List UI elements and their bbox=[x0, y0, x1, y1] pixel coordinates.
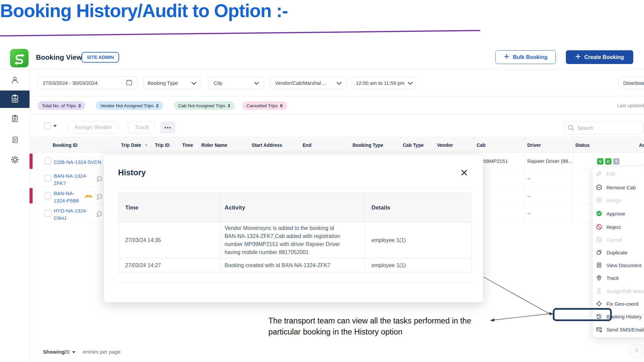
chat-bubble-icon[interactable] bbox=[96, 211, 103, 219]
search-box bbox=[564, 121, 644, 134]
booking-id-link[interactable]: BAN-NA- 1324-P5B8 bbox=[54, 190, 79, 204]
history-time-cell: 27/03/24 14:27 bbox=[118, 258, 220, 273]
city-select[interactable]: City bbox=[209, 76, 264, 89]
menu-item-label: Remove Cab bbox=[606, 185, 636, 190]
chip-cab-not-assigned[interactable]: Cab Not Assigned Trips2 bbox=[174, 101, 235, 110]
vendor-status-badge: V bbox=[597, 158, 603, 165]
menu-item-approve[interactable]: Approve bbox=[596, 210, 625, 217]
sidebar-item-reports[interactable] bbox=[11, 136, 19, 145]
minus-circle-icon bbox=[596, 184, 602, 190]
menu-item-booking-history[interactable]: Booking History bbox=[596, 313, 642, 320]
booking-id-line: BAN-NA- bbox=[54, 190, 79, 197]
sort-caret-icon[interactable] bbox=[145, 144, 148, 146]
col-start-address: Start Address bbox=[252, 142, 282, 148]
booking-id-link[interactable]: BAN-NA-1324- ZFK7 bbox=[54, 172, 87, 187]
menu-item-send-sms-email[interactable]: Send SMS/Email bbox=[596, 326, 644, 333]
history-activity-cell: Booking created with id BAN-NA-1324-ZFK7 bbox=[220, 258, 364, 273]
menu-item-fix-geo-coord[interactable]: Fix Geo-coord bbox=[596, 300, 638, 307]
column-divider bbox=[117, 137, 118, 153]
row-flag-marker bbox=[30, 188, 33, 203]
sidebar-item-trip-log[interactable] bbox=[11, 115, 19, 124]
menu-item-label: Cancel bbox=[606, 237, 622, 243]
menu-item-remove-cab[interactable]: Remove Cab bbox=[596, 184, 636, 191]
showing-label: Showing bbox=[43, 349, 65, 355]
menu-item-edit: Edit bbox=[596, 170, 615, 177]
chip-total-trips[interactable]: Total No. of Trips3 bbox=[38, 101, 85, 110]
sidebar-item-settings[interactable] bbox=[11, 156, 19, 165]
ellipsis-icon bbox=[165, 127, 166, 128]
select-all-caret-icon[interactable] bbox=[53, 125, 57, 127]
create-booking-button[interactable]: Create Booking bbox=[566, 50, 633, 64]
column-divider bbox=[434, 137, 435, 153]
chevron-down-icon bbox=[405, 80, 413, 86]
pagination-prev-button[interactable] bbox=[630, 345, 643, 357]
more-actions-button[interactable] bbox=[160, 122, 175, 133]
track-button[interactable]: Track bbox=[128, 121, 156, 134]
column-divider bbox=[199, 137, 199, 153]
marshal-icon bbox=[596, 288, 602, 294]
download-button[interactable]: Download bbox=[618, 76, 644, 89]
page-heading: Booking View bbox=[36, 53, 82, 61]
menu-item-label: Track bbox=[606, 275, 619, 281]
row-checkbox[interactable] bbox=[45, 210, 51, 217]
booking-id-link[interactable]: COB-NA-1324-5VCN bbox=[54, 159, 101, 166]
activity-line: BAN-NA-1324-ZFK7,Cab added with registra… bbox=[224, 232, 340, 240]
history-col-details: Details bbox=[365, 193, 471, 222]
assign-vendor-button[interactable]: Assign Vendor bbox=[68, 121, 118, 134]
booking-clipboard-icon bbox=[10, 94, 19, 105]
plus-icon bbox=[504, 54, 509, 61]
col-trip-date[interactable]: Trip Date bbox=[121, 142, 141, 148]
menu-item-label: Fix Geo-coord bbox=[606, 301, 638, 307]
driver-cell: Rajveer Driver (88... bbox=[527, 158, 572, 164]
menu-item-track[interactable]: Track bbox=[596, 274, 619, 282]
booking-id-link[interactable]: HYD-NA-1324- C9HJ bbox=[54, 207, 88, 222]
role-badge: SITE ADMIN bbox=[82, 52, 119, 63]
sidebar-item-users[interactable] bbox=[11, 76, 19, 85]
chip-cancelled-trips[interactable]: Cancelled Trips0 bbox=[242, 101, 287, 110]
bulk-booking-button[interactable]: Bulk Booking bbox=[495, 50, 556, 64]
chip-label: Vendor Not Assigned Trips bbox=[100, 103, 154, 108]
select-all-checkbox[interactable] bbox=[44, 123, 51, 129]
chat-bubble-icon[interactable] bbox=[96, 193, 103, 201]
row-checkbox[interactable] bbox=[45, 192, 51, 199]
close-icon[interactable] bbox=[460, 169, 469, 177]
col-time: Time bbox=[182, 142, 193, 148]
col-trip-id: Trip ID bbox=[155, 142, 170, 148]
col-action: Action bbox=[639, 142, 644, 148]
plus-circle-icon bbox=[596, 197, 602, 203]
time-range-select[interactable]: 12:00 am to 11:59 pm bbox=[352, 76, 416, 89]
page-size-caret-icon[interactable] bbox=[72, 351, 75, 353]
menu-item-duplicate[interactable]: Duplicate bbox=[596, 249, 628, 256]
geo-target-icon bbox=[596, 301, 602, 307]
cab-status-badge: C bbox=[605, 158, 611, 165]
vendor-cab-marshal-select[interactable]: Vendor/Cab/Marshal ... bbox=[270, 76, 346, 89]
menu-item-assign: Assign bbox=[596, 196, 622, 204]
page-size-select[interactable]: 20 bbox=[64, 349, 69, 355]
check-circle-icon bbox=[596, 210, 602, 217]
column-divider bbox=[573, 137, 573, 153]
history-row: 27/03/24 14:35 Vendor Moveinsync is adde… bbox=[118, 222, 471, 258]
chip-vendor-not-assigned[interactable]: Vendor Not Assigned Trips2 bbox=[96, 101, 163, 110]
date-range-picker[interactable]: 27/03/2024 - 30/03/2024 bbox=[38, 76, 138, 89]
menu-item-reject[interactable]: Reject bbox=[596, 223, 621, 231]
ban-icon bbox=[596, 224, 602, 230]
sidebar-item-bookings-active[interactable] bbox=[0, 90, 30, 108]
row-checkbox[interactable] bbox=[45, 175, 51, 182]
column-divider bbox=[636, 137, 637, 153]
chip-count: 2 bbox=[156, 103, 159, 108]
menu-item-label: Reject bbox=[606, 224, 621, 230]
annotation-line: particular booking in the History option bbox=[268, 326, 471, 338]
row-checkbox[interactable] bbox=[45, 158, 51, 164]
chip-count: 0 bbox=[280, 103, 283, 108]
chevron-down-icon bbox=[251, 80, 259, 86]
activity-line: Vendor Moveinsync is added to the bookin… bbox=[224, 224, 340, 232]
booking-type-select[interactable]: Booking Type bbox=[143, 76, 201, 89]
search-input[interactable] bbox=[564, 121, 644, 134]
driver-cell: -- bbox=[527, 176, 531, 181]
modal-title: History bbox=[118, 168, 146, 177]
chat-bubble-icon[interactable] bbox=[96, 176, 103, 184]
menu-item-label: Send SMS/Email bbox=[606, 327, 644, 333]
app-logo-icon bbox=[10, 49, 29, 67]
history-col-activity: Activity bbox=[220, 193, 364, 222]
menu-item-view-document[interactable]: View Document bbox=[596, 261, 642, 269]
